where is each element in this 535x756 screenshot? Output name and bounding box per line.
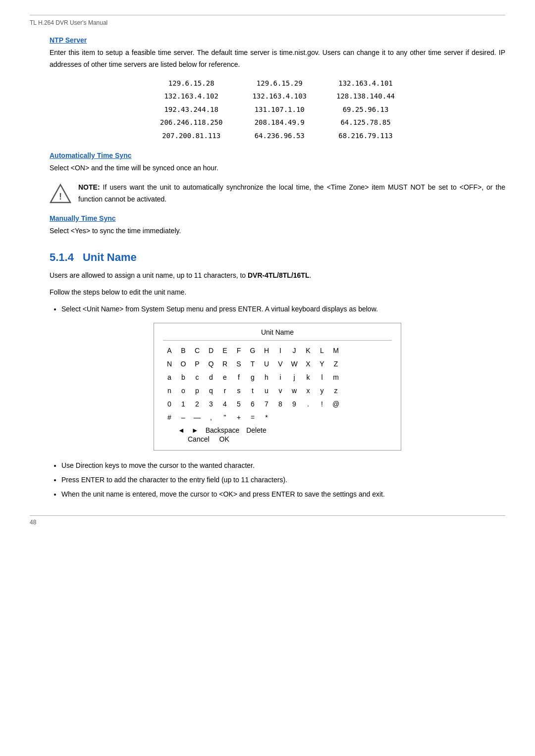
ok-key: OK — [219, 435, 229, 443]
keyboard-key: F — [234, 345, 243, 357]
keyboard-key: 8 — [276, 398, 285, 410]
page-header: TL H.264 DVR User's Manual — [30, 19, 107, 26]
keyboard-key: e — [220, 371, 229, 384]
ip-cell: 69.25.96.13 — [321, 103, 410, 116]
bullet-item: When the unit name is entered, move the … — [61, 488, 505, 501]
keyboard-key: 1 — [179, 398, 188, 410]
bullet-item: Press ENTER to add the character to the … — [61, 474, 505, 486]
keyboard-key: 9 — [290, 398, 299, 410]
keyboard-key: a — [165, 371, 174, 384]
keyboard-key: D — [207, 345, 215, 357]
keyboard-row: #–—,"+=* — [163, 411, 392, 424]
keyboard-key: m — [331, 371, 340, 384]
ip-cell: 128.138.140.44 — [321, 90, 410, 103]
keyboard-key: — — [193, 411, 202, 424]
manual-time-sync-section: Manually Time Sync Select <Yes> to sync … — [50, 214, 505, 237]
keyboard-key: h — [262, 371, 271, 384]
warning-icon: ! — [50, 183, 71, 204]
ip-cell: 64.236.96.53 — [237, 129, 321, 143]
auto-time-sync-body: Select <ON> and the time will be synced … — [50, 162, 505, 174]
cancel-key: Cancel — [188, 435, 210, 443]
manual-time-sync-heading: Manually Time Sync — [50, 214, 505, 222]
keyboard-key: 7 — [262, 398, 271, 410]
keyboard-key: y — [318, 385, 326, 397]
keyboard-key: . — [304, 398, 313, 410]
manual-time-sync-body: Select <Yes> to sync the time immediatel… — [50, 225, 505, 237]
keyboard-title: Unit Name — [163, 328, 392, 336]
device-model: DVR-4TL/8TL/16TL — [248, 271, 309, 279]
keyboard-key: K — [304, 345, 313, 357]
right-arrow: ► — [192, 426, 199, 434]
ip-cell: 132.163.4.101 — [321, 77, 410, 90]
keyboard-key: * — [262, 411, 271, 424]
keyboard-key: t — [248, 385, 257, 397]
keyboard-key: j — [290, 371, 299, 384]
keyboard-key: C — [193, 345, 202, 357]
ip-cell: 64.125.78.85 — [321, 116, 410, 129]
keyboard-key: x — [304, 385, 313, 397]
ip-cell: 207.200.81.113 — [145, 129, 237, 143]
keyboard-key: k — [304, 371, 313, 384]
keyboard-nav-row: ◄ ► Backspace Delete — [163, 426, 392, 434]
ip-cell: 192.43.244.18 — [145, 103, 237, 116]
keyboard-key: J — [290, 345, 299, 357]
keyboard-key: v — [276, 385, 285, 397]
keyboard-key: w — [290, 385, 299, 397]
keyboard-key: , — [207, 411, 215, 424]
ntp-server-section: NTP Server Enter this item to setup a fe… — [50, 36, 505, 143]
section-title: Unit Name — [83, 251, 137, 264]
keyboard-key: q — [207, 385, 215, 397]
keyboard-key: 5 — [234, 398, 243, 410]
keyboard-key: M — [331, 345, 340, 357]
keyboard-row: abcdefghijklm — [163, 371, 392, 384]
left-arrow: ◄ — [178, 426, 185, 434]
auto-time-sync-section: Automatically Time Sync Select <ON> and … — [50, 151, 505, 205]
page-number: 48 — [30, 519, 505, 526]
keyboard-key: B — [179, 345, 188, 357]
keyboard-row: NOPQRSTUVWXYZ — [163, 358, 392, 370]
unit-name-steps: Select <Unit Name> from System Setup men… — [61, 303, 505, 315]
section-number: 5.1.4 — [50, 251, 74, 264]
keyboard-key: = — [248, 411, 257, 424]
note-label: NOTE: — [78, 183, 100, 191]
keyboard-key: T — [248, 358, 257, 370]
auto-time-sync-heading: Automatically Time Sync — [50, 151, 505, 159]
keyboard-key: – — [179, 411, 188, 424]
keyboard-key: l — [318, 371, 326, 384]
keyboard-row: ABCDEFGHIJKLM — [163, 345, 392, 357]
keyboard-key: P — [193, 358, 202, 370]
unit-name-body2: Follow the steps below to edit the unit … — [50, 287, 505, 299]
keyboard-key: @ — [331, 398, 340, 410]
delete-key: Delete — [246, 426, 266, 434]
ip-cell: 132.163.4.102 — [145, 90, 237, 103]
keyboard-key: # — [165, 411, 174, 424]
keyboard-key: 6 — [248, 398, 257, 410]
ip-address-table: 129.6.15.28129.6.15.29132.163.4.101132.1… — [145, 77, 410, 143]
ip-cell: 129.6.15.28 — [145, 77, 237, 90]
keyboard-key: V — [276, 358, 285, 370]
backspace-key: Backspace — [206, 426, 239, 434]
keyboard-key: 0 — [165, 398, 174, 410]
keyboard-key: Z — [331, 358, 340, 370]
keyboard-key: o — [179, 385, 188, 397]
ip-cell: 206.246.118.250 — [145, 116, 237, 129]
keyboard-key: R — [220, 358, 229, 370]
keyboard-key: I — [276, 345, 285, 357]
keyboard-key: E — [220, 345, 229, 357]
ntp-server-heading: NTP Server — [50, 36, 505, 44]
keyboard-key: z — [331, 385, 340, 397]
keyboard-key: U — [262, 358, 271, 370]
svg-text:!: ! — [59, 192, 62, 202]
keyboard-key: X — [304, 358, 313, 370]
virtual-keyboard: Unit Name ABCDEFGHIJKLMNOPQRSTUVWXYZabcd… — [154, 323, 401, 451]
keyboard-key: " — [220, 411, 229, 424]
keyboard-row: nopqrstuvwxyz — [163, 385, 392, 397]
keyboard-key: r — [220, 385, 229, 397]
keyboard-key: 3 — [207, 398, 215, 410]
keyboard-key: s — [234, 385, 243, 397]
keyboard-key: W — [290, 358, 299, 370]
unit-name-body1: Users are allowed to assign a unit name,… — [50, 270, 505, 282]
keyboard-key: d — [207, 371, 215, 384]
ntp-server-body: Enter this item to setup a feasible time… — [50, 47, 505, 71]
keyboard-key: g — [248, 371, 257, 384]
